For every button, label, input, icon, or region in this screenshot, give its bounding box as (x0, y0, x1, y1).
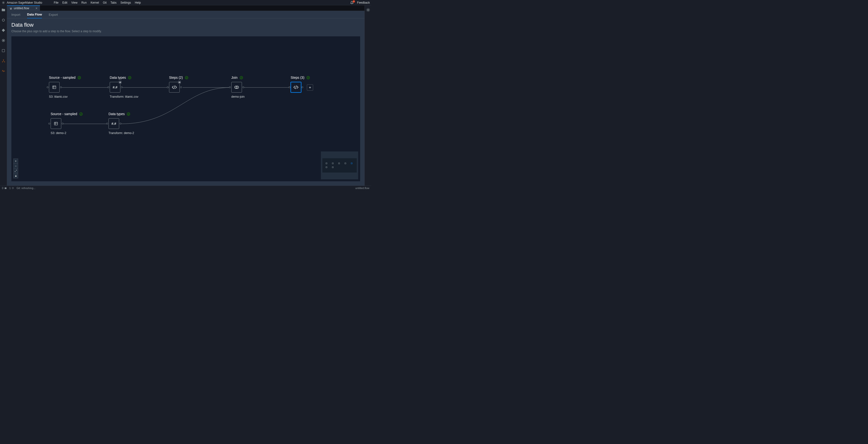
flow-edges (11, 36, 360, 181)
feedback-button[interactable]: Feedback (357, 1, 370, 4)
minimap-node (345, 162, 346, 164)
port-in[interactable] (107, 87, 109, 88)
menu-help[interactable]: Help (133, 0, 143, 5)
svg-point-36 (12, 187, 13, 188)
node-footer: S3: demo-2 (51, 131, 83, 135)
node-footer: Transform: titanic.csv (110, 95, 138, 98)
endpoints-icon[interactable] (1, 69, 6, 73)
file-tab-name: untitled.flow (14, 6, 29, 10)
port-in[interactable] (167, 87, 168, 88)
node-title: Source - sampled (51, 112, 77, 116)
port-out[interactable] (180, 87, 182, 88)
port-out[interactable] (60, 87, 62, 88)
menu-file[interactable]: File (52, 0, 60, 5)
node-title: Steps (3) (290, 76, 304, 80)
svg-point-8 (368, 9, 369, 10)
menu-kernel[interactable]: Kernel (89, 0, 101, 5)
minimap-node (326, 162, 327, 164)
commands-icon[interactable] (1, 38, 6, 43)
node-source-titanic[interactable]: Source - sampled S3: titanic.csv (49, 76, 81, 98)
check-icon (185, 76, 188, 80)
file-tabs: untitled.flow × (7, 5, 365, 11)
tab-data-flow[interactable]: Data Flow (27, 11, 42, 19)
port-out[interactable] (242, 87, 244, 88)
table-icon (52, 85, 57, 90)
minimap-node (332, 162, 334, 164)
check-icon (78, 76, 81, 80)
settings-gear-icon[interactable] (366, 8, 370, 12)
sub-tabs: Import Data Flow Export (7, 11, 365, 19)
svg-rect-10 (53, 86, 56, 89)
minimap[interactable] (321, 151, 358, 179)
menu-edit[interactable]: Edit (60, 0, 69, 5)
code-icon (172, 85, 177, 90)
minimap-node (338, 162, 340, 164)
port-in[interactable] (49, 123, 50, 125)
status-open-tabs[interactable]: 0 (2, 187, 7, 189)
node-title: Data types (108, 112, 125, 116)
git-icon[interactable] (1, 28, 6, 32)
node-title: Data types (110, 76, 126, 80)
port-in[interactable] (47, 87, 49, 88)
chart-badge-icon (178, 81, 181, 84)
folder-icon[interactable] (1, 8, 6, 12)
menu-run[interactable]: Run (80, 0, 89, 5)
zoom-fit-button[interactable] (13, 169, 18, 173)
tab-import[interactable]: Import (11, 11, 20, 18)
svg-rect-14 (119, 82, 120, 83)
main-content: untitled.flow × Import Data Flow Export … (7, 5, 365, 186)
port-out[interactable] (120, 123, 121, 125)
svg-point-1 (2, 19, 4, 21)
port-out[interactable] (302, 87, 303, 88)
node-data-types-demo2[interactable]: Data types #.# Transform: demo-2 (108, 112, 134, 135)
components-icon[interactable] (1, 59, 6, 63)
svg-rect-35 (5, 187, 6, 189)
node-title: Steps (2) (169, 76, 183, 80)
port-in[interactable] (106, 123, 108, 125)
port-out[interactable] (121, 87, 123, 88)
port-out[interactable] (62, 123, 63, 125)
minimap-node (332, 167, 334, 168)
node-steps-2[interactable]: Steps (2) (169, 76, 188, 93)
table-icon (54, 121, 58, 126)
flow-file-icon (9, 7, 12, 10)
running-icon[interactable] (1, 18, 6, 22)
add-step-button[interactable] (307, 84, 313, 91)
file-tab-close-icon[interactable]: × (35, 6, 37, 10)
status-git[interactable]: Git: refreshing... (17, 187, 35, 189)
notifications-button[interactable]: 4 (350, 1, 353, 4)
menu-settings[interactable]: Settings (118, 0, 133, 5)
node-source-demo2[interactable]: Source - sampled S3: demo-2 (51, 112, 83, 135)
check-icon (79, 112, 83, 116)
svg-line-26 (296, 86, 297, 89)
hash-icon: #.# (113, 85, 117, 89)
hash-icon: #.# (112, 122, 116, 125)
status-terminals[interactable]: 1 (9, 187, 14, 189)
node-footer: Transform: demo-2 (108, 131, 134, 135)
svg-rect-4 (2, 50, 5, 52)
check-icon (306, 76, 310, 80)
minimap-node (326, 167, 327, 168)
tab-export[interactable]: Export (49, 11, 58, 18)
node-join[interactable]: Join demo-join (231, 76, 245, 98)
zoom-out-button[interactable]: − (13, 164, 18, 169)
node-data-types-titanic[interactable]: Data types #.# Transform: titanic.csv (110, 76, 138, 98)
menu-view[interactable]: View (69, 0, 80, 5)
content-area: Data flow Choose the plus sign to add a … (7, 19, 365, 186)
menu-git[interactable]: Git (101, 0, 108, 5)
flow-canvas[interactable]: Source - sampled S3: titanic.csv Data ty… (11, 36, 360, 181)
svg-point-3 (3, 40, 4, 41)
port-in[interactable] (229, 87, 231, 88)
zoom-in-button[interactable]: + (13, 159, 18, 164)
minimap-node (351, 162, 352, 164)
svg-rect-19 (179, 82, 179, 83)
node-title: Join (231, 76, 238, 80)
check-icon (240, 76, 243, 80)
left-sidebar (0, 5, 7, 186)
file-tab-untitled[interactable]: untitled.flow × (7, 5, 40, 11)
menu-tabs[interactable]: Tabs (108, 0, 118, 5)
zoom-lock-button[interactable] (13, 173, 18, 178)
port-in[interactable] (289, 87, 290, 88)
extensions-icon[interactable] (1, 49, 6, 53)
right-sidebar (365, 5, 371, 186)
